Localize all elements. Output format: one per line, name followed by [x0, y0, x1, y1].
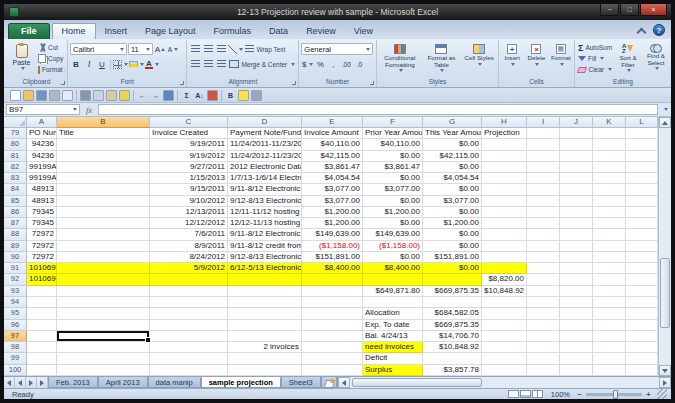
- cell-H95[interactable]: [482, 308, 527, 319]
- cell-G86[interactable]: $0.00: [423, 207, 482, 218]
- cell-A91[interactable]: 101069: [27, 263, 57, 274]
- cell-G100[interactable]: $3,857.78: [423, 365, 482, 376]
- fill-button[interactable]: Fill: [577, 53, 613, 64]
- dialog-launcher-icon[interactable]: [180, 81, 184, 85]
- cell-G94[interactable]: [423, 297, 482, 308]
- cell-L96[interactable]: [626, 320, 658, 331]
- undo-icon[interactable]: ←: [137, 90, 148, 101]
- cell-C90[interactable]: 8/24/2012: [150, 252, 228, 263]
- cell-H80[interactable]: [482, 139, 527, 150]
- format-painter-icon[interactable]: [119, 90, 130, 101]
- cell-E100[interactable]: [302, 365, 363, 376]
- cell-I82[interactable]: [527, 162, 560, 173]
- cell-K89[interactable]: [593, 241, 626, 252]
- horizontal-scroll-thumb[interactable]: [352, 378, 482, 387]
- tab-insert[interactable]: Insert: [96, 24, 137, 39]
- sort-ascending-icon[interactable]: A↓: [194, 90, 205, 101]
- cell-E98[interactable]: [302, 342, 363, 353]
- comma-style-button[interactable]: ,: [327, 58, 339, 70]
- italic-button[interactable]: I: [83, 58, 95, 70]
- cell-D82[interactable]: 2012 Electronic Database: [228, 162, 302, 173]
- column-header-A[interactable]: A: [27, 117, 57, 128]
- borders-icon[interactable]: [251, 90, 262, 101]
- cell-G81[interactable]: $42,115.00: [423, 151, 482, 162]
- page-break-view-icon[interactable]: [532, 390, 543, 398]
- cell-L81[interactable]: [626, 151, 658, 162]
- row-header-89[interactable]: 89: [4, 241, 27, 252]
- shrink-font-button[interactable]: A: [167, 43, 179, 55]
- insert-cells-button[interactable]: Insert: [501, 42, 523, 77]
- cell-A96[interactable]: [27, 320, 57, 331]
- bold-button[interactable]: B: [70, 58, 82, 70]
- zoom-in-button[interactable]: +: [644, 390, 653, 399]
- cell-B80[interactable]: [57, 139, 150, 150]
- cell-H81[interactable]: [482, 151, 527, 162]
- align-left-button[interactable]: [189, 58, 201, 70]
- cell-K86[interactable]: [593, 207, 626, 218]
- expand-formula-bar-icon[interactable]: [660, 108, 669, 111]
- cell-F87[interactable]: $0.00: [363, 218, 423, 229]
- cell-J88[interactable]: [560, 229, 593, 240]
- cell-A100[interactable]: [27, 365, 57, 376]
- column-header-D[interactable]: D: [228, 117, 302, 128]
- cell-E91[interactable]: $8,400.00: [302, 263, 363, 274]
- cell-K80[interactable]: [593, 139, 626, 150]
- dialog-launcher-icon[interactable]: [370, 81, 374, 85]
- font-color-button[interactable]: A: [145, 58, 159, 70]
- chart-wizard-icon[interactable]: [207, 90, 218, 101]
- scroll-right-button[interactable]: [659, 377, 671, 388]
- cell-F91[interactable]: $8,400.00: [363, 263, 423, 274]
- tab-home[interactable]: Home: [52, 23, 96, 39]
- cell-K83[interactable]: [593, 173, 626, 184]
- cell-F83[interactable]: $0.00: [363, 173, 423, 184]
- cell-J82[interactable]: [560, 162, 593, 173]
- tab-formulas[interactable]: Formulas: [205, 24, 261, 39]
- cell-E95[interactable]: [302, 308, 363, 319]
- cell-L93[interactable]: [626, 286, 658, 297]
- cell-H97[interactable]: [482, 331, 527, 342]
- wrap-text-button[interactable]: Wrap Text: [244, 44, 286, 55]
- row-header-88[interactable]: 88: [4, 229, 27, 240]
- cell-G79[interactable]: This Year Amount: [423, 128, 482, 139]
- cell-B100[interactable]: [57, 365, 150, 376]
- accounting-format-button[interactable]: $: [301, 58, 313, 70]
- cell-B88[interactable]: [57, 229, 150, 240]
- cell-A99[interactable]: [27, 353, 57, 364]
- cell-L100[interactable]: [626, 365, 658, 376]
- cell-F80[interactable]: $40,110.00: [363, 139, 423, 150]
- format-as-table-button[interactable]: Format as Table: [423, 42, 461, 77]
- cell-J98[interactable]: [560, 342, 593, 353]
- redo-icon[interactable]: →: [150, 90, 161, 101]
- row-header-94[interactable]: 94: [4, 297, 27, 308]
- tab-file[interactable]: File: [8, 23, 50, 39]
- cell-K87[interactable]: [593, 218, 626, 229]
- print-preview-icon[interactable]: [62, 90, 73, 101]
- orientation-button[interactable]: [228, 43, 243, 55]
- cell-C88[interactable]: 7/6/2011: [150, 229, 228, 240]
- page-layout-view-icon[interactable]: [520, 390, 531, 398]
- cell-I96[interactable]: [527, 320, 560, 331]
- number-format-select[interactable]: General: [301, 43, 373, 55]
- cell-C97[interactable]: [150, 331, 228, 342]
- cell-D95[interactable]: [228, 308, 302, 319]
- cell-H93[interactable]: $10,848.92: [482, 286, 527, 297]
- cell-H99[interactable]: [482, 353, 527, 364]
- first-sheet-button[interactable]: [4, 377, 15, 388]
- cell-I95[interactable]: [527, 308, 560, 319]
- align-bottom-button[interactable]: [215, 43, 227, 55]
- cell-K84[interactable]: [593, 184, 626, 195]
- cell-K88[interactable]: [593, 229, 626, 240]
- cell-D91[interactable]: 6/12-5/13 Electronic Da: [228, 263, 302, 274]
- cell-H91[interactable]: [482, 263, 527, 274]
- cell-G92[interactable]: [423, 274, 482, 285]
- row-header-81[interactable]: 81: [4, 151, 27, 162]
- cell-D85[interactable]: 9/12-8/13 Electronic Da: [228, 196, 302, 207]
- cell-F98[interactable]: need invoices: [363, 342, 423, 353]
- autosum-button[interactable]: ΣAutoSum: [577, 42, 613, 53]
- cell-H94[interactable]: [482, 297, 527, 308]
- cell-K79[interactable]: [593, 128, 626, 139]
- cell-E81[interactable]: $42,115.00: [302, 151, 363, 162]
- cell-J80[interactable]: [560, 139, 593, 150]
- cell-C94[interactable]: [150, 297, 228, 308]
- cell-A90[interactable]: 72972: [27, 252, 57, 263]
